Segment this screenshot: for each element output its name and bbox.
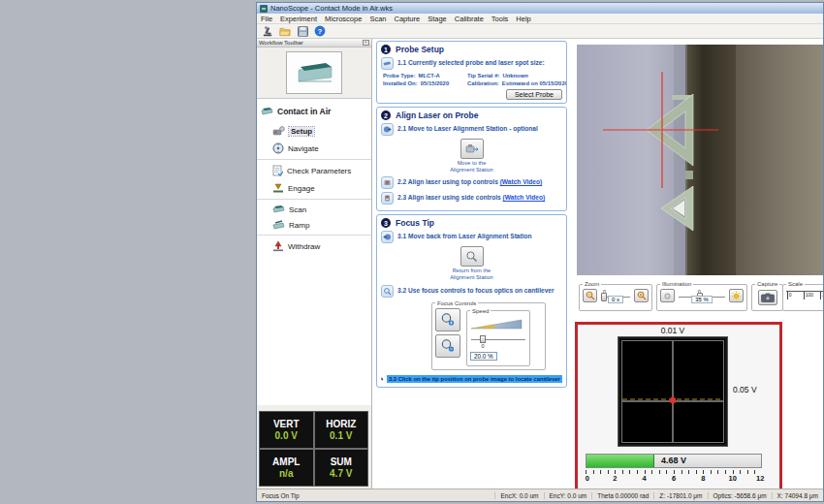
card-title: Align Laser on Probe: [396, 110, 479, 120]
meter-vert-value: 0.0 V: [275, 430, 298, 442]
return-button-caption: Return from the Alignment Station: [450, 268, 493, 281]
nav-separator: [257, 235, 371, 236]
sum-bar-fill: [586, 455, 654, 467]
zoom-in-button[interactable]: [634, 289, 649, 302]
zoom-slider-handle[interactable]: [601, 293, 607, 301]
watch-video-link-top[interactable]: (Watch Video): [500, 178, 543, 185]
illumination-value[interactable]: 35 %: [691, 296, 713, 303]
menu-microscope[interactable]: Microscope: [321, 15, 365, 23]
axis-label-6: 6: [672, 474, 676, 483]
step-number-badge: 2: [381, 110, 391, 120]
axis-label-8: 8: [701, 474, 705, 483]
menu-calibrate[interactable]: Calibrate: [451, 15, 488, 23]
probe-image-button[interactable]: [286, 51, 342, 94]
tip-serial-label: Tip Serial #:: [467, 73, 499, 79]
select-probe-button[interactable]: Select Probe: [506, 89, 562, 100]
focus-controls-label: Focus Controls: [435, 300, 478, 306]
zoom-value[interactable]: 0 x: [608, 296, 623, 303]
zoom-out-button[interactable]: [583, 289, 597, 302]
bulb-dim-icon: [663, 292, 672, 300]
open-folder-icon[interactable]: [278, 25, 292, 38]
magnifier-minus-icon: [586, 291, 595, 300]
status-encx: EncX: 0.0 um: [494, 492, 543, 499]
zoom-slider[interactable]: 0 0 x: [599, 289, 632, 302]
laser-spot-dot: [670, 397, 676, 403]
sidebar-item-ramp[interactable]: Ramp: [257, 218, 371, 232]
step-3-1-text: 3.1 Move back from Laser Alignment Stati…: [397, 231, 532, 241]
title-bar: NanoScope - Contact Mode in Air.wks: [257, 3, 823, 14]
zoom-group: Zoom 0 0 x: [579, 281, 652, 311]
illumination-down-button[interactable]: [660, 289, 675, 302]
menu-tools[interactable]: Tools: [488, 15, 513, 23]
quadrant-display[interactable]: [618, 337, 727, 446]
speed-wedge: [470, 318, 523, 330]
menu-capture[interactable]: Capture: [391, 15, 425, 23]
menu-experiment[interactable]: Experiment: [276, 15, 321, 23]
quadrant-graphic: [620, 339, 725, 444]
sidebar-item-engage[interactable]: Engage: [257, 180, 371, 196]
sidebar-item-scan[interactable]: Scan: [257, 203, 371, 216]
engage-icon: [272, 182, 284, 194]
sidebar-item-navigate[interactable]: Navigate: [257, 141, 371, 156]
scale-tick-100: 100: [804, 292, 813, 299]
magnifier-plus-icon: [637, 291, 647, 300]
camera-view[interactable]: [577, 45, 824, 275]
step-3-3-text[interactable]: 3.3 Click on the tip position on probe i…: [387, 375, 562, 383]
installed-on-label: Installed On:: [383, 80, 418, 86]
meter-horiz-value: 0.1 V: [330, 430, 352, 442]
return-stage-icon: [381, 231, 394, 243]
sidebar-item-check-parameters[interactable]: Check Parameters: [257, 163, 371, 178]
sidebar-item-label: Engage: [288, 184, 315, 193]
sidebar-item-withdraw[interactable]: Withdraw: [257, 238, 371, 254]
move-to-alignment-button[interactable]: [460, 139, 484, 159]
window-title: NanoScope - Contact Mode in Air.wks: [270, 4, 393, 13]
cursor-icon: [381, 374, 384, 384]
step-2-3-text: 2.3 Align laser using side controls (Wat…: [397, 192, 545, 203]
nav-separator: [257, 159, 371, 160]
speed-value[interactable]: 20.0 %: [470, 352, 497, 361]
watch-video-link-side[interactable]: (Watch Video): [503, 194, 546, 201]
status-z: Z: -17801.0 μm: [653, 492, 707, 499]
status-theta: Theta 0.00000 rad: [591, 492, 653, 499]
capture-group-label: Capture: [755, 281, 779, 287]
magnifier-up-icon: [440, 312, 456, 327]
main-toolbar: ?: [257, 24, 823, 39]
focus-up-button[interactable]: [435, 308, 460, 331]
step-number-badge: 3: [381, 218, 391, 228]
panel-menu-button[interactable]: ▪: [363, 40, 369, 46]
capture-button[interactable]: [758, 290, 777, 305]
axis-label-12: 12: [756, 474, 764, 483]
speed-slider[interactable]: 0: [470, 335, 526, 345]
menu-scan[interactable]: Scan: [365, 15, 390, 23]
return-from-alignment-button[interactable]: [460, 246, 484, 267]
mode-label: Contact in Air: [277, 107, 331, 116]
illumination-group-label: Illumination: [660, 281, 693, 287]
nanoscope-window: NanoScope - Contact Mode in Air.wks File…: [256, 2, 824, 502]
focus-down-button[interactable]: [435, 334, 460, 358]
status-message: Focus On Tip: [257, 492, 304, 499]
nav-separator: [257, 199, 371, 200]
sidebar-item-setup[interactable]: Setup: [257, 123, 371, 139]
speed-slider-handle[interactable]: [480, 335, 486, 343]
sidebar-item-label: Ramp: [289, 221, 309, 230]
menu-stage[interactable]: Stage: [424, 15, 451, 23]
meter-sum-label: SUM: [331, 457, 352, 468]
menu-file[interactable]: File: [257, 15, 276, 23]
meter-horiz: HORIZ 0.1 V: [315, 412, 368, 448]
speed-slider-tick: 0: [482, 343, 485, 349]
step-3-2-text: 3.2 Use focus controls to focus optics o…: [397, 285, 555, 296]
microscope-icon[interactable]: [261, 25, 274, 38]
meter-horiz-label: HORIZ: [326, 419, 356, 430]
illumination-slider[interactable]: 0 35 %: [677, 289, 727, 302]
illumination-up-button[interactable]: [729, 289, 744, 302]
menu-help[interactable]: Help: [512, 15, 534, 23]
sum-gauge: 4.68 V: [586, 454, 762, 468]
svg-text:?: ?: [318, 27, 323, 36]
card-title: Focus Tip: [396, 218, 434, 228]
step-number-badge: 1: [381, 45, 391, 54]
withdraw-icon: [272, 240, 284, 252]
help-icon[interactable]: ?: [313, 25, 327, 38]
detector-panel: 0.01 V 0.05 V 4.68 V 0 2 4 6 8 10: [575, 322, 782, 493]
navigate-icon: [272, 142, 284, 154]
save-icon[interactable]: [296, 25, 309, 38]
